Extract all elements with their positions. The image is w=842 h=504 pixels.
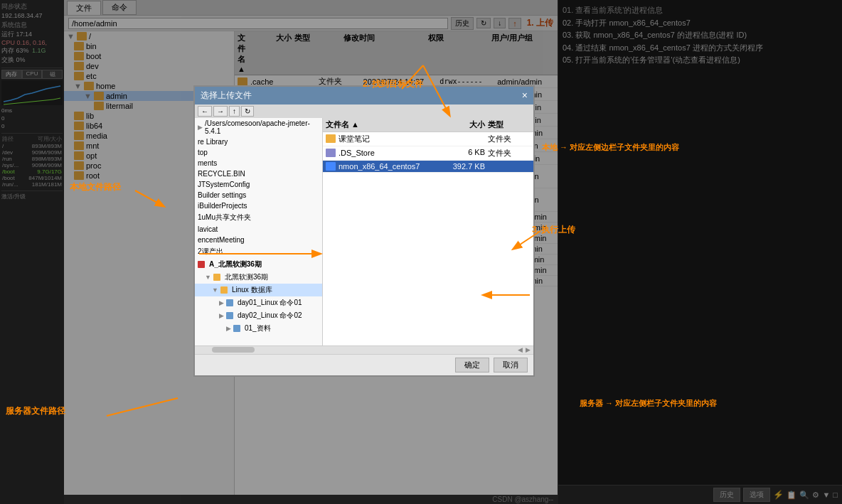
modal-refresh-btn[interactable]: ↻ (241, 106, 254, 117)
folder-red-icon (198, 261, 205, 268)
folder-icon-blue (233, 325, 240, 332)
modal-file-header: 文件名 ▲ 大小 类型 (323, 118, 533, 132)
modal-tree-item-day02[interactable]: ▶ day02_Linux 命令02 (195, 309, 322, 322)
modal-footer: 确定 取消 (195, 354, 533, 375)
modal-file-right: 文件名 ▲ 大小 类型 课堂笔记 文件夹 .DS_Store (323, 118, 533, 345)
modal-tree-item-b36[interactable]: ▼ 北黑软测36期 (195, 271, 322, 284)
folder-icon (213, 274, 220, 281)
modal-tree-item-a36[interactable]: A_北黑软测36期 (195, 258, 322, 271)
modal-title-bar: 选择上传文件 × (195, 87, 533, 104)
modal-file-row[interactable]: .DS_Store 6 KB 文件夹 (323, 146, 533, 161)
modal-tree-item[interactable]: iBuilderProjects (195, 200, 322, 211)
exe-icon (326, 162, 336, 171)
folder-icon-blue (226, 299, 233, 306)
upload-modal: 选择上传文件 × ← → ↑ ↻ ▶ /Users/comesoon/apach… (193, 85, 535, 377)
modal-tree-item[interactable]: top (195, 147, 322, 158)
modal-tree-item-day01[interactable]: ▶ day01_Linux 命令01 (195, 296, 322, 309)
modal-col-size: 大小 (431, 119, 488, 130)
folder-icon (220, 286, 228, 294)
modal-tree-item[interactable]: ments (195, 158, 322, 168)
modal-tree-item[interactable]: 2课产出 (195, 245, 322, 258)
modal-close-btn[interactable]: × (522, 90, 528, 101)
modal-tree-item[interactable]: RECYCLE.BIN (195, 168, 322, 179)
folder-icon-blue (226, 312, 233, 319)
folder-icon (326, 134, 336, 143)
modal-overlay: 选择上传文件 × ← → ↑ ↻ ▶ /Users/comesoon/apach… (0, 0, 842, 504)
modal-forward-btn[interactable]: → (213, 106, 228, 117)
scroll-arrow-left[interactable]: ◀ (518, 346, 523, 353)
modal-tree-item[interactable]: JTSystemConfig (195, 179, 322, 190)
modal-tree-item-01resource[interactable]: ▶ 01_资料 (195, 322, 322, 335)
modal-hscrollbar[interactable]: ◀ ▶ (195, 345, 533, 354)
confirm-btn[interactable]: 确定 (455, 358, 489, 372)
modal-tree-item[interactable]: encentMeeting (195, 235, 322, 245)
modal-toolbar: ← → ↑ ↻ (195, 104, 533, 118)
modal-tree-item[interactable]: 1uMu共享文件夹 (195, 211, 322, 224)
modal-file-row[interactable]: 课堂笔记 文件夹 (323, 132, 533, 146)
modal-cols: ▶ /Users/comesoon/apache-jmeter-5.4.1 re… (195, 118, 533, 345)
modal-up-btn[interactable]: ↑ (229, 106, 240, 117)
modal-col-type: 类型 (488, 119, 531, 130)
modal-file-tree: ▶ /Users/comesoon/apache-jmeter-5.4.1 re… (195, 118, 323, 345)
hscroll-thumb[interactable] (212, 347, 255, 353)
modal-back-btn[interactable]: ← (198, 106, 212, 117)
cancel-btn[interactable]: 取消 (494, 358, 528, 372)
modal-tree-item[interactable]: re Library (195, 136, 322, 147)
modal-tree-item[interactable]: ▶ /Users/comesoon/apache-jmeter-5.4.1 (195, 118, 322, 136)
scroll-arrow-right[interactable]: ▶ (526, 346, 531, 353)
modal-file-row-selected[interactable]: nmon_x86_64_centos7 392.7 KB (323, 161, 533, 173)
modal-title-text: 选择上传文件 (201, 90, 252, 102)
modal-tree-item[interactable]: Builder settings (195, 190, 322, 200)
modal-tree-item[interactable]: lavicat (195, 224, 322, 235)
modal-col-name: 文件名 ▲ (326, 119, 431, 130)
file-icon (326, 149, 336, 157)
modal-tree-item-linux[interactable]: ▼ Linux 数据库 (195, 284, 322, 296)
